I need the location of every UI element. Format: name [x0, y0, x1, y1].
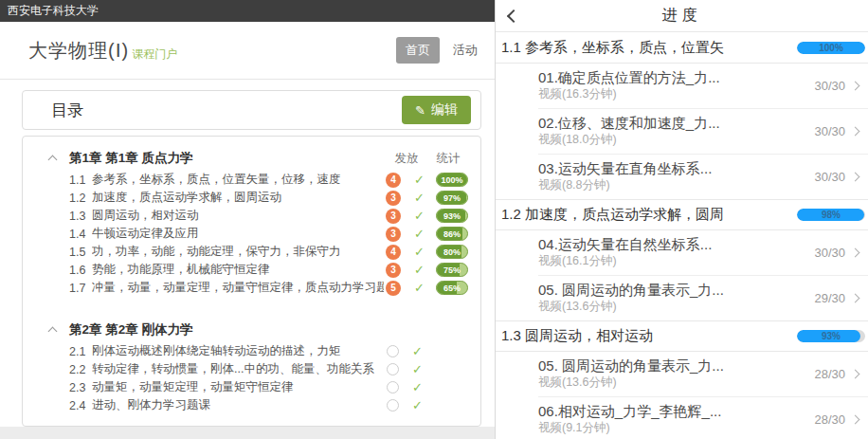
- toc-section-row[interactable]: 1.7 冲量，动量，动量定理，动量守恒定律，质点动力学习题课 5 ✓ 65%: [47, 279, 467, 297]
- pencil-icon: ✎: [415, 103, 425, 118]
- toc-section-row[interactable]: 2.1 刚体运动概述刚体绕定轴转动运动的描述，力矩 ✓: [47, 342, 467, 360]
- university-name: 西安电子科技大学: [8, 3, 99, 19]
- section-badges: ✓: [384, 398, 467, 412]
- resource-count-badge: 3: [386, 191, 401, 206]
- chapter-title: 第2章 第2章 刚体力学: [69, 321, 193, 338]
- chevron-right-icon: [851, 173, 860, 182]
- course-header: 大学物理(Ⅰ) 课程门户 首页 活动: [0, 22, 495, 80]
- section-title: 动量矩，动量矩定理，动量矩守恒定律: [92, 379, 294, 395]
- page-bottom-strip: [0, 427, 495, 439]
- item-right: 28/30: [814, 412, 859, 427]
- check-icon: ✓: [414, 209, 425, 223]
- toc-body-card: 第1章 第1章 质点力学 发放 统计 1.1 参考系，坐标系，质点，位置矢量，位…: [22, 136, 481, 427]
- nav-home-button[interactable]: 首页: [396, 37, 440, 64]
- section-title: 功，功率，动能，动能定理，保守力，非保守力: [92, 244, 341, 260]
- stats-progress-label: 100%: [437, 174, 467, 186]
- progress-item-row[interactable]: 03.运动矢量在直角坐标系... 视频(8.8分钟) 30/30: [538, 155, 868, 199]
- toc-section-row[interactable]: 1.6 势能，功能原理，机械能守恒定律 3 ✓ 75%: [47, 261, 467, 279]
- section-number: 2.2: [69, 363, 92, 376]
- toc-section-row[interactable]: 1.2 加速度，质点运动学求解，圆周运动 3 ✓ 97%: [47, 189, 467, 207]
- progress-item-row[interactable]: 05. 圆周运动的角量表示_力... 视频(13.6分钟) 29/30: [538, 276, 868, 320]
- item-right: 30/30: [814, 124, 859, 138]
- stats-progress-label: 75%: [437, 264, 467, 276]
- toc-header-card: 目录 ✎ 编辑: [22, 90, 481, 130]
- empty-circle-icon: [387, 363, 399, 375]
- item-main: 05. 圆周运动的角量表示_力... 视频(13.6分钟): [538, 358, 806, 390]
- section-number: 1.4: [69, 228, 92, 241]
- item-main: 06.相对运动_力学_李艳辉_... 视频(9.1分钟): [538, 404, 806, 435]
- progress-item-row[interactable]: 05. 圆周运动的角量表示_力... 视频(13.6分钟) 28/30: [538, 352, 868, 397]
- section-title: 刚体运动概述刚体绕定轴转动运动的描述，力矩: [92, 343, 341, 359]
- item-meta: 视频(9.1分钟): [538, 421, 806, 435]
- column-headers: 发放 统计: [384, 151, 467, 167]
- chapter-header-row[interactable]: 第1章 第1章 质点力学 发放 统计: [47, 146, 467, 171]
- section-title: 势能，功能原理，机械能守恒定律: [92, 262, 270, 278]
- toc-title: 目录: [51, 100, 83, 121]
- item-right: 30/30: [814, 170, 859, 184]
- chapter-header-row[interactable]: 第2章 第2章 刚体力学: [47, 318, 467, 342]
- progress-section-header[interactable]: 1.1 参考系，坐标系，质点，位置矢 100%: [496, 32, 868, 64]
- item-meta: 视频(16.1分钟): [538, 254, 806, 268]
- chevron-right-icon: [851, 370, 860, 379]
- progress-item-list: 05. 圆周运动的角量表示_力... 视频(13.6分钟) 28/30 06.相…: [496, 352, 868, 439]
- toc-section-row[interactable]: 1.4 牛顿运动定律及应用 3 ✓ 86%: [47, 225, 467, 243]
- section-badges: 3 ✓ 93%: [384, 209, 467, 224]
- university-topbar: 西安电子科技大学: [0, 0, 495, 22]
- section-title: 冲量，动量，动量定理，动量守恒定律，质点动力学习题课: [92, 280, 384, 296]
- section-progress-label: 98%: [797, 209, 865, 221]
- item-main: 05. 圆周运动的角量表示_力... 视频(13.6分钟): [538, 283, 806, 314]
- item-progress-count: 28/30: [814, 412, 845, 427]
- section-progress-bar: 93%: [797, 330, 865, 342]
- toc-section-row[interactable]: 1.3 圆周运动，相对运动 3 ✓ 93%: [47, 207, 467, 225]
- toc-section-row[interactable]: 1.1 参考系，坐标系，质点，位置矢量，位移，速度 4 ✓ 100%: [47, 171, 467, 189]
- check-icon: ✓: [414, 191, 425, 205]
- section-progress-bar: 100%: [797, 42, 865, 54]
- stats-progress-pill: 97%: [436, 191, 468, 205]
- check-icon: ✓: [412, 362, 423, 376]
- resource-count-badge: 3: [386, 263, 401, 278]
- item-progress-count: 30/30: [814, 124, 845, 138]
- section-number: 1.1: [69, 174, 92, 187]
- progress-item-row[interactable]: 01.确定质点位置的方法_力... 视频(16.3分钟) 30/30: [538, 64, 868, 109]
- stats-progress-pill: 100%: [436, 173, 468, 187]
- item-right: 29/30: [814, 291, 859, 305]
- empty-circle-icon: [387, 381, 399, 393]
- item-right: 30/30: [814, 246, 859, 260]
- check-icon: ✓: [412, 344, 423, 358]
- item-title: 02.位移、速度和加速度_力...: [538, 116, 806, 131]
- app-root: 西安电子科技大学 大学物理(Ⅰ) 课程门户 首页 活动 目录 ✎ 编辑 第1章 …: [0, 0, 868, 439]
- toc-section-row[interactable]: 1.5 功，功率，动能，动能定理，保守力，非保守力 4 ✓ 80%: [47, 243, 467, 261]
- progress-item-row[interactable]: 04.运动矢量在自然坐标系... 视频(16.1分钟) 30/30: [538, 230, 868, 276]
- item-title: 06.相对运动_力学_李艳辉_...: [538, 404, 806, 419]
- section-title: 圆周运动，相对运动: [92, 208, 199, 224]
- progress-item-row[interactable]: 06.相对运动_力学_李艳辉_... 视频(9.1分钟) 28/30: [538, 397, 868, 439]
- progress-panel-title: 进度: [496, 6, 868, 26]
- edit-button[interactable]: ✎ 编辑: [402, 96, 471, 124]
- chapter-title: 第1章 第1章 质点力学: [69, 150, 193, 167]
- toc-section-row[interactable]: 2.2 转动定律，转动惯量，刚体...中的功、能量、功能关系 ✓: [47, 360, 467, 378]
- section-badges: ✓: [384, 344, 467, 358]
- toc-section-row[interactable]: 2.4 进动、刚体力学习题课 ✓: [47, 396, 467, 414]
- toc-section-row[interactable]: 2.3 动量矩，动量矩定理，动量矩守恒定律 ✓: [47, 378, 467, 396]
- chevron-right-icon: [851, 248, 860, 258]
- course-subtitle: 课程门户: [132, 46, 177, 63]
- resource-count-badge: 3: [386, 227, 401, 242]
- toc-chapter: 第1章 第1章 质点力学 发放 统计 1.1 参考系，坐标系，质点，位置矢量，位…: [47, 146, 467, 297]
- progress-item-list: 04.运动矢量在自然坐标系... 视频(16.1分钟) 30/30 05. 圆周…: [496, 230, 868, 320]
- stats-progress-label: 93%: [437, 210, 467, 222]
- section-list: 2.1 刚体运动概述刚体绕定轴转动运动的描述，力矩 ✓ 2.2 转动定律，转动惯…: [47, 342, 467, 414]
- stats-progress-label: 65%: [437, 282, 467, 294]
- resource-count-badge: 3: [386, 209, 401, 224]
- progress-item-row[interactable]: 02.位移、速度和加速度_力... 视频(18.0分钟) 30/30: [538, 109, 868, 155]
- nav-activity-link[interactable]: 活动: [453, 42, 478, 59]
- chevron-up-icon: [48, 155, 58, 165]
- stats-progress-pill: 80%: [436, 245, 468, 259]
- section-title: 转动定律，转动惯量，刚体...中的功、能量、功能关系: [92, 361, 374, 377]
- item-right: 28/30: [814, 367, 859, 381]
- progress-section-header[interactable]: 1.2 加速度，质点运动学求解，圆周 98%: [496, 199, 868, 230]
- chevron-up-icon: [48, 327, 58, 337]
- item-title: 04.运动矢量在自然坐标系...: [538, 237, 806, 252]
- section-badges: 5 ✓ 65%: [384, 281, 467, 296]
- progress-section-title: 1.2 加速度，质点运动学求解，圆周: [501, 206, 724, 224]
- progress-section-header[interactable]: 1.3 圆周运动，相对运动 93%: [496, 320, 868, 352]
